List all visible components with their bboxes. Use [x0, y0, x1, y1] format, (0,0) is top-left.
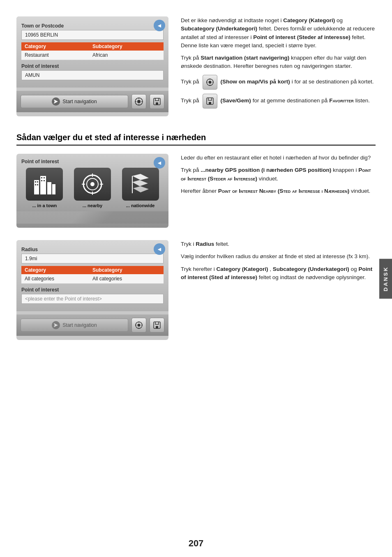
poi-nearby-label: Point of interest — [16, 159, 168, 168]
nav-bar-1: Start navigation — [16, 91, 168, 112]
bottom-para-2: Vælg indenfor hvilken radius du ønsker a… — [181, 252, 376, 261]
svg-marker-0 — [54, 99, 58, 104]
poi-nearby-panel: ◄ Point of interest — [16, 154, 168, 228]
show-map-button-2[interactable] — [131, 318, 146, 333]
back-arrow-3[interactable]: ◄ — [154, 243, 165, 255]
save-button[interactable] — [150, 94, 164, 109]
svg-point-31 — [90, 182, 95, 186]
poi-nearby-icon[interactable] — [74, 168, 111, 201]
gps-panel-2: ◄ Radius 1.9mi Category Subcategory All … — [16, 240, 168, 340]
bottom-subcategory-value: All categories — [92, 276, 160, 282]
page-number: 207 — [189, 538, 204, 549]
save-button-2[interactable] — [150, 318, 164, 333]
svg-point-39 — [138, 324, 141, 327]
poi-nationwide[interactable]: ... nationwide — [122, 168, 159, 208]
town-label: Town or Postcode — [21, 23, 164, 29]
start-navigation-button-2[interactable]: Start navigation — [21, 319, 128, 332]
bottom-cat-row: All categories All categories — [21, 274, 164, 284]
show-map-button[interactable] — [131, 94, 146, 109]
nav-bar-2: Start navigation — [16, 314, 168, 336]
middle-para-1: Leder du efter en restaurant eller et ho… — [181, 154, 376, 162]
middle-section: ◄ Point of interest — [16, 154, 376, 228]
poi-nationwide-label: ... nationwide — [126, 203, 155, 208]
poi-in-town-label: ... in a town — [32, 203, 57, 208]
svg-rect-28 — [44, 180, 45, 181]
svg-rect-20 — [52, 184, 55, 194]
show-on-map-icon-inline — [203, 75, 217, 90]
nav-icon — [52, 97, 60, 106]
radius-label: Radius — [21, 247, 164, 252]
top-para-1: Det er ikke nødvendigt at indtaste noget… — [181, 16, 376, 50]
svg-rect-21 — [35, 181, 36, 183]
save-icon-inline — [203, 94, 217, 109]
category-header: Category — [25, 44, 92, 49]
bottom-category-header: Category — [25, 267, 92, 273]
subcategory-header: Subcategory — [92, 44, 160, 49]
radius-value: 1.9mi — [21, 254, 164, 263]
top-section: ◄ Town or Postcode 10965 BERLIN Category… — [16, 16, 376, 116]
section-heading: Sådan vælger du et sted af interesse i n… — [16, 133, 376, 146]
svg-point-10 — [208, 81, 211, 83]
top-right-text: Det er ikke nødvendigt at indtaste noget… — [181, 16, 376, 116]
bottom-para-1: Tryk i Radius feltet. — [181, 240, 376, 248]
poi-nationwide-icon[interactable] — [122, 168, 159, 201]
svg-rect-24 — [37, 184, 38, 185]
poi-label-2: Point of interest — [21, 287, 164, 293]
svg-rect-45 — [156, 326, 158, 328]
svg-rect-22 — [37, 181, 38, 183]
svg-rect-8 — [156, 102, 158, 105]
category-value: Restaurant — [25, 52, 92, 58]
poi-in-town-icon[interactable] — [26, 168, 63, 201]
nav-icon-2 — [52, 321, 60, 329]
top-para-4: Tryk på (Save/Gem) for at gemme destinat… — [181, 94, 376, 109]
bottom-section: ◄ Radius 1.9mi Category Subcategory All … — [16, 240, 376, 340]
gps-panel-1: ◄ Town or Postcode 10965 BERLIN Category… — [16, 16, 168, 116]
svg-rect-19 — [47, 182, 51, 194]
cat-subcategory-header: Category Subcategory — [21, 42, 164, 51]
svg-rect-26 — [44, 177, 45, 178]
start-nav-label-2: Start navigation — [62, 322, 97, 328]
svg-rect-25 — [41, 177, 42, 178]
cat-subcategory-row: Restaurant African — [21, 51, 164, 60]
poi-nearby-label: ... nearby — [83, 203, 102, 208]
svg-rect-18 — [40, 176, 46, 194]
town-value: 10965 BERLIN — [21, 30, 164, 40]
sidebar-tab: DANSK — [379, 259, 392, 298]
poi-label-1: Point of interest — [21, 63, 164, 69]
middle-right-text: Leder du efter en restaurant eller et ho… — [181, 154, 376, 228]
bottom-para-3: Tryk herefter i Category (Kategori) , Su… — [181, 265, 376, 282]
middle-para-3: Herefter åbner Point of Interest Nearby … — [181, 187, 376, 195]
svg-point-2 — [137, 100, 141, 103]
bottom-subcategory-header: Subcategory — [92, 267, 160, 273]
start-nav-label: Start navigation — [62, 99, 97, 104]
start-navigation-button[interactable]: Start navigation — [21, 95, 128, 108]
back-arrow-2[interactable]: ◄ — [154, 157, 165, 169]
svg-rect-17 — [34, 180, 39, 194]
panel-decoration — [16, 211, 168, 224]
back-arrow-1[interactable]: ◄ — [154, 20, 165, 31]
svg-rect-27 — [41, 180, 42, 181]
poi-nearby[interactable]: ... nearby — [74, 168, 111, 208]
poi-value: AMUN — [21, 70, 164, 80]
top-para-2: Tryk på Start navigation (start navigeri… — [181, 54, 376, 71]
svg-marker-37 — [54, 323, 58, 327]
middle-para-2: Tryk på ...nearby GPS position (i nærhed… — [181, 166, 376, 183]
bottom-right-text: Tryk i Radius feltet. Vælg indenfor hvil… — [181, 240, 376, 340]
bottom-cat-header: Category Subcategory — [21, 266, 164, 274]
top-para-3: Tryk på (Show on map/Vis på kort) i for … — [181, 75, 376, 90]
bottom-category-value: All categories — [25, 276, 92, 282]
poi-in-town[interactable]: ... in a town — [26, 168, 63, 208]
subcategory-value: African — [92, 52, 160, 58]
poi-icons-row: ... in a town — [16, 168, 168, 208]
poi-placeholder: <please enter the Point of interest> — [21, 294, 164, 304]
svg-rect-23 — [35, 184, 36, 185]
svg-rect-16 — [209, 102, 211, 104]
